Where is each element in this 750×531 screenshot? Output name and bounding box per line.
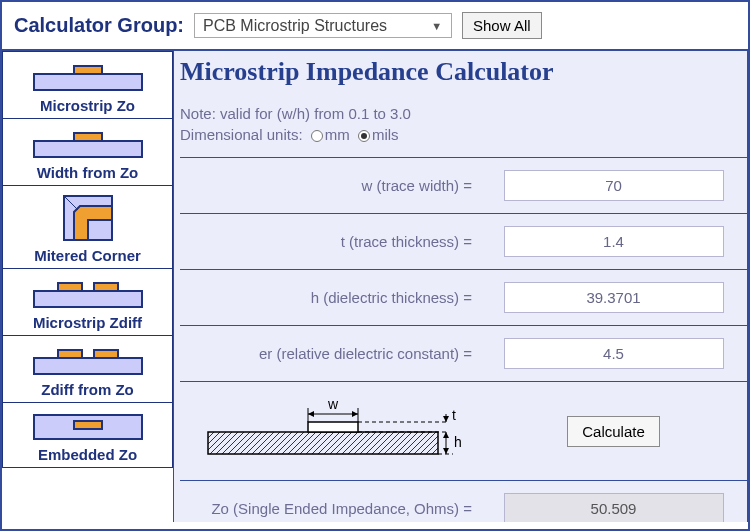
svg-rect-15 [308,422,358,432]
sidebar-item-microstrip-zdiff[interactable]: Microstrip Zdiff [2,269,173,336]
sidebar-item-label: Mitered Corner [7,247,168,264]
main-panel: Microstrip Impedance Calculator Note: va… [174,51,748,522]
microstrip-zo-icon [28,58,148,94]
svg-marker-19 [308,411,314,417]
microstrip-zdiff-icon [28,275,148,311]
svg-rect-8 [94,283,118,291]
calculator-group-select[interactable]: PCB Microstrip Structures [194,13,452,38]
input-relative-er[interactable] [504,338,724,369]
svg-marker-28 [443,448,449,454]
field-row-w: w (trace width) = [180,158,747,214]
input-dielectric-thickness[interactable] [504,282,724,313]
zdiff-from-zo-icon [28,342,148,378]
width-from-zo-icon [28,125,148,161]
sidebar: Microstrip Zo Width from Zo Mitered Corn… [2,51,174,522]
field-row-result: Zo (Single Ended Impedance, Ohms) = [180,481,747,523]
svg-rect-11 [94,350,118,358]
unit-radio-mils[interactable] [358,130,370,142]
validity-note: Note: valid for (w/h) from 0.1 to 3.0 [180,105,747,122]
input-trace-width[interactable] [504,170,724,201]
units-row: Dimensional units: mm mils [180,126,747,143]
svg-rect-0 [34,74,142,90]
label-trace-thickness: t (trace thickness) = [180,214,480,270]
svg-rect-13 [74,421,102,429]
svg-rect-7 [58,283,82,291]
svg-rect-1 [74,66,102,74]
svg-rect-14 [208,432,438,454]
svg-rect-6 [34,291,142,307]
sidebar-item-label: Microstrip Zdiff [7,314,168,331]
svg-marker-20 [352,411,358,417]
sidebar-item-mitered-corner[interactable]: Mitered Corner [2,186,173,269]
units-label: Dimensional units: [180,126,303,143]
output-zo [504,493,724,522]
field-row-er: er (relative dielectric constant) = [180,326,747,382]
label-dielectric-thickness: h (dielectric thickness) = [180,270,480,326]
unit-option-mm: mm [325,126,350,143]
svg-marker-25 [443,416,449,422]
diagram-label-w: w [327,396,339,412]
svg-rect-9 [34,358,142,374]
sidebar-item-label: Embedded Zo [7,446,168,463]
page-title: Microstrip Impedance Calculator [180,57,747,87]
label-trace-width: w (trace width) = [180,158,480,214]
sidebar-item-label: Width from Zo [7,164,168,181]
diagram-label-t: t [452,407,456,423]
sidebar-item-width-from-zo[interactable]: Width from Zo [2,119,173,186]
calculate-button[interactable]: Calculate [567,416,660,447]
label-relative-er: er (relative dielectric constant) = [180,326,480,382]
sidebar-item-label: Microstrip Zo [7,97,168,114]
label-zo-result: Zo (Single Ended Impedance, Ohms) = [180,481,480,523]
field-row-h: h (dielectric thickness) = [180,270,747,326]
cross-section-diagram-icon: w t [198,394,468,464]
sidebar-item-zdiff-from-zo[interactable]: Zdiff from Zo [2,336,173,403]
diagram-row: w t [180,382,747,481]
svg-marker-27 [443,432,449,438]
svg-rect-3 [74,133,102,141]
diagram-label-h: h [454,434,462,450]
embedded-zo-icon [28,409,148,443]
mitered-corner-icon [60,192,116,244]
calculator-group-label: Calculator Group: [14,14,184,37]
input-trace-thickness[interactable] [504,226,724,257]
unit-radio-mm[interactable] [311,130,323,142]
svg-rect-10 [58,350,82,358]
show-all-button[interactable]: Show All [462,12,542,39]
unit-option-mils: mils [372,126,399,143]
header-row: Calculator Group: PCB Microstrip Structu… [2,2,748,51]
svg-rect-2 [34,141,142,157]
field-row-t: t (trace thickness) = [180,214,747,270]
sidebar-item-microstrip-zo[interactable]: Microstrip Zo [2,51,173,119]
sidebar-item-label: Zdiff from Zo [7,381,168,398]
sidebar-item-embedded-zo[interactable]: Embedded Zo [2,403,173,468]
